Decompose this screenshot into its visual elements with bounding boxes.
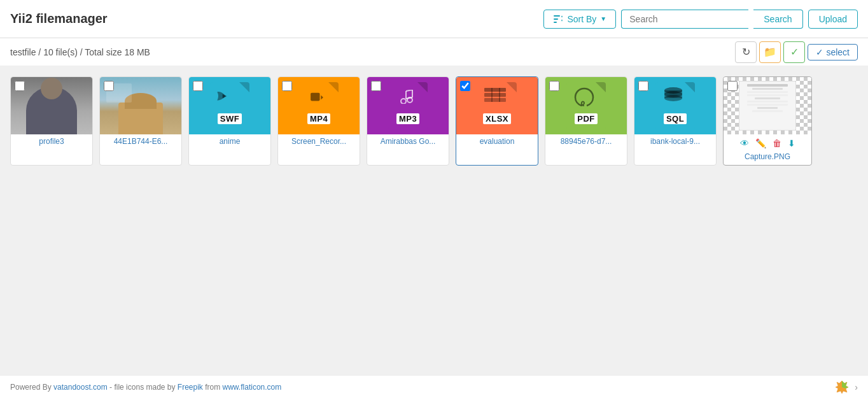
- folder-button[interactable]: 📁: [759, 41, 781, 63]
- checkmark-icon: ✓: [816, 47, 823, 57]
- edit-icon[interactable]: ✏️: [754, 137, 767, 150]
- file-name: Screen_Recor...: [278, 134, 360, 146]
- chevron-down-icon: ▼: [600, 15, 606, 22]
- header: Yii2 filemanager Sort By ▼ Search Upload: [0, 0, 868, 38]
- toolbar: testfile / 10 file(s) / Total size 18 MB…: [0, 38, 868, 66]
- file-name: 44E1B744-E6...: [100, 134, 181, 146]
- svg-rect-15: [484, 98, 506, 102]
- list-item[interactable]: XLSX evaluation: [456, 76, 538, 166]
- footer-text: Powered By vatandoost.com - file icons m…: [10, 383, 281, 392]
- file-grid: profile3 44E1B744-E6...: [10, 76, 858, 166]
- file-name: 88945e76-d7...: [545, 134, 627, 146]
- file-action-buttons: 👁 ✏️ 🗑 ⬇: [724, 134, 811, 150]
- svg-rect-2: [554, 22, 557, 23]
- file-checkbox[interactable]: [727, 81, 738, 91]
- svg-line-11: [406, 90, 412, 91]
- header-controls: Sort By ▼ Search Upload: [543, 10, 858, 29]
- file-name: Capture.PNG: [724, 150, 811, 161]
- chevron-right-icon: ›: [855, 382, 858, 392]
- sort-icon: [553, 14, 563, 24]
- file-checkbox[interactable]: [371, 81, 381, 91]
- file-name: anime: [189, 134, 270, 146]
- file-name: ibank-local-9...: [634, 134, 716, 146]
- list-item[interactable]: 44E1B744-E6...: [99, 76, 182, 166]
- toolbar-actions: ↻ 📁 ✓ ✓ select: [735, 41, 858, 63]
- file-checkbox[interactable]: [282, 81, 292, 91]
- list-item[interactable]: MP3 Amirabbas Go...: [367, 76, 449, 166]
- file-checkbox[interactable]: [104, 81, 114, 91]
- file-checkbox[interactable]: [460, 81, 470, 91]
- file-checkbox[interactable]: [549, 81, 559, 91]
- delete-icon[interactable]: 🗑: [771, 137, 783, 150]
- list-item[interactable]: PDF 88945e76-d7...: [545, 76, 627, 166]
- file-checkbox[interactable]: [15, 81, 25, 91]
- svg-rect-13: [484, 88, 506, 92]
- footer: Powered By vatandoost.com - file icons m…: [0, 375, 868, 398]
- svg-rect-0: [554, 15, 560, 17]
- check-button[interactable]: ✓: [783, 41, 805, 63]
- file-name: evaluation: [456, 134, 538, 146]
- list-item[interactable]: SWF anime: [188, 76, 271, 166]
- select-button[interactable]: ✓ select: [808, 44, 858, 60]
- svg-marker-3: [561, 15, 563, 17]
- flaticon-link[interactable]: www.flaticon.com: [223, 383, 282, 392]
- check-icon: ✓: [790, 46, 799, 58]
- file-checkbox[interactable]: [193, 81, 203, 91]
- search-button[interactable]: Search: [753, 10, 802, 29]
- vatandoost-link[interactable]: vatandoost.com: [53, 383, 108, 392]
- sort-by-button[interactable]: Sort By ▼: [543, 10, 616, 29]
- svg-rect-1: [554, 18, 558, 20]
- app-title: Yii2 filemanager: [10, 11, 108, 26]
- file-name: Amirabbas Go...: [367, 134, 449, 146]
- list-item[interactable]: profile3: [10, 76, 93, 166]
- svg-marker-6: [321, 95, 323, 99]
- yii-logo-icon: [834, 380, 850, 395]
- refresh-icon: ↻: [742, 46, 750, 58]
- svg-marker-4: [561, 20, 563, 22]
- yii-logo: ›: [834, 380, 858, 395]
- refresh-button[interactable]: ↻: [735, 41, 757, 63]
- folder-icon: 📁: [764, 46, 776, 58]
- main-content: profile3 44E1B744-E6...: [0, 66, 868, 375]
- upload-button[interactable]: Upload: [808, 10, 858, 29]
- file-name: profile3: [11, 134, 92, 146]
- svg-point-22: [664, 95, 682, 101]
- search-input[interactable]: [621, 10, 748, 29]
- view-icon[interactable]: 👁: [739, 137, 750, 150]
- svg-rect-14: [484, 93, 506, 97]
- list-item[interactable]: SQL ibank-local-9...: [634, 76, 717, 166]
- file-info: testfile / 10 file(s) / Total size 18 MB: [10, 47, 150, 57]
- svg-rect-5: [311, 93, 319, 101]
- svg-point-7: [401, 99, 406, 104]
- list-item[interactable]: MP4 Screen_Recor...: [277, 76, 360, 166]
- list-item[interactable]: 👁 ✏️ 🗑 ⬇ Capture.PNG: [723, 76, 812, 166]
- file-checkbox[interactable]: [638, 81, 648, 91]
- freepik-link[interactable]: Freepik: [178, 383, 203, 392]
- download-icon[interactable]: ⬇: [787, 137, 797, 150]
